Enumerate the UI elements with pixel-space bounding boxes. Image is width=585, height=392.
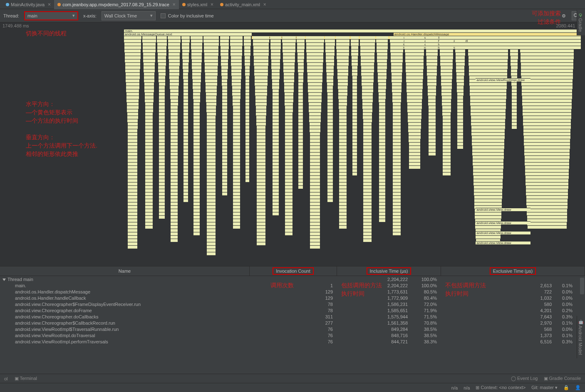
flame-frame[interactable] [183, 169, 188, 172]
flame-frame[interactable] [327, 96, 333, 99]
flame-frame[interactable] [222, 179, 227, 182]
flame-frame[interactable] [393, 229, 400, 232]
side-tab-android-model[interactable]: 🤖 Android Model [577, 316, 585, 358]
flame-frame[interactable] [511, 59, 518, 62]
flame-frame[interactable] [193, 185, 200, 189]
flame-frame[interactable] [470, 99, 506, 102]
flame-frame[interactable] [222, 175, 227, 179]
flame-frame[interactable] [158, 59, 166, 62]
flame-frame[interactable] [442, 96, 451, 99]
flame-frame[interactable] [257, 149, 266, 152]
flame-frame[interactable] [193, 92, 200, 96]
flame-frame[interactable] [521, 52, 574, 56]
flame-frame[interactable] [207, 145, 216, 149]
flame-frame[interactable] [325, 36, 335, 39]
flame-frame[interactable] [233, 149, 240, 152]
flame-frame[interactable] [363, 212, 372, 215]
flame-frame[interactable] [193, 82, 201, 86]
flame-frame[interactable] [126, 82, 140, 86]
flame-frame[interactable] [220, 42, 229, 46]
flame-frame[interactable] [310, 149, 320, 152]
flame-frame[interactable] [455, 42, 466, 46]
flame-frame[interactable] [253, 36, 270, 39]
flame-frame[interactable] [456, 72, 464, 76]
flame-frame[interactable] [144, 72, 155, 76]
flame-frame[interactable] [206, 82, 217, 86]
flame-frame[interactable] [457, 126, 463, 129]
flame-frame[interactable] [222, 89, 227, 92]
flame-frame[interactable] [393, 222, 400, 225]
flame-frame[interactable] [442, 106, 451, 109]
flame-frame[interactable] [393, 165, 400, 169]
flame-frame[interactable] [245, 56, 250, 59]
flame-frame[interactable] [222, 139, 227, 142]
flame-frame[interactable] [472, 139, 504, 142]
flame-frame[interactable] [512, 96, 517, 99]
flame-frame[interactable] [285, 199, 292, 202]
flame-frame[interactable] [352, 169, 357, 172]
flame-frame[interactable] [393, 202, 400, 205]
flame-frame[interactable] [128, 229, 137, 232]
flame-frame[interactable] [222, 119, 227, 122]
flame-frame[interactable] [244, 36, 251, 39]
flame-frame[interactable] [128, 192, 137, 195]
flame-frame[interactable] [145, 162, 153, 165]
flame-frame[interactable] [285, 172, 292, 175]
flame-frame[interactable] [352, 106, 357, 109]
flame-frame[interactable] [273, 195, 278, 199]
flame-frame[interactable] [183, 162, 188, 165]
flame-frame[interactable] [159, 106, 164, 109]
flame-frame[interactable] [391, 52, 403, 56]
flame-frame[interactable] [245, 149, 250, 152]
flame-frame[interactable] [207, 175, 216, 179]
flame-frame[interactable] [310, 165, 320, 169]
flame-frame[interactable] [360, 39, 375, 42]
flame-frame[interactable] [171, 119, 178, 122]
flame-frame[interactable] [221, 52, 228, 56]
flame-frame[interactable] [183, 185, 188, 189]
flame-frame[interactable] [231, 56, 242, 59]
flame-frame[interactable] [327, 159, 333, 162]
flame-frame[interactable] [352, 96, 357, 99]
table-row[interactable]: main.12,204,222100.0%2,6130.1% [0, 282, 585, 288]
flame-frame[interactable] [297, 49, 304, 52]
flame-frame[interactable] [393, 159, 400, 162]
flame-frame[interactable] [126, 79, 139, 82]
flame-frame[interactable] [182, 42, 189, 46]
flame-frame[interactable] [406, 72, 423, 76]
flame-frame[interactable] [171, 112, 178, 116]
flame-frame[interactable] [407, 96, 422, 99]
flame-frame[interactable] [128, 199, 137, 202]
flame-frame[interactable] [473, 169, 503, 172]
flame-frame[interactable] [272, 69, 280, 72]
flame-frame[interactable] [306, 46, 324, 49]
flame-frame[interactable] [455, 46, 465, 49]
flame-frame[interactable] [339, 162, 347, 165]
flame-frame[interactable] [363, 169, 372, 172]
flame-frame[interactable] [233, 102, 240, 106]
color-checkbox-wrap[interactable]: Color by inclusive time [161, 13, 214, 18]
flame-frame[interactable] [125, 66, 140, 69]
flame-frame[interactable] [406, 69, 423, 72]
flame-frame[interactable] [170, 79, 179, 82]
flame-frame[interactable] [145, 199, 153, 202]
flame-frame[interactable] [310, 229, 320, 232]
flame-frame[interactable] [327, 189, 333, 192]
flame-frame[interactable] [297, 36, 305, 39]
flame-frame[interactable] [245, 126, 250, 129]
flame-frame[interactable] [183, 122, 188, 126]
flame-frame[interactable] [390, 49, 403, 52]
flame-frame[interactable] [339, 222, 347, 225]
flame-frame[interactable] [457, 92, 464, 96]
flame-frame[interactable] [526, 192, 568, 195]
table-row[interactable]: android.os.Handler.dispatchMessage1291,7… [0, 288, 585, 295]
flame-frame[interactable] [273, 139, 278, 142]
flame-frame[interactable] [145, 179, 153, 182]
flame-frame[interactable] [233, 222, 240, 225]
flame-frame[interactable] [273, 96, 278, 99]
flame-frame[interactable] [362, 92, 373, 96]
flame-frame[interactable] [231, 52, 242, 56]
flame-frame[interactable] [337, 72, 348, 76]
flame-frame[interactable] [285, 179, 292, 182]
flame-frame[interactable] [393, 169, 400, 172]
